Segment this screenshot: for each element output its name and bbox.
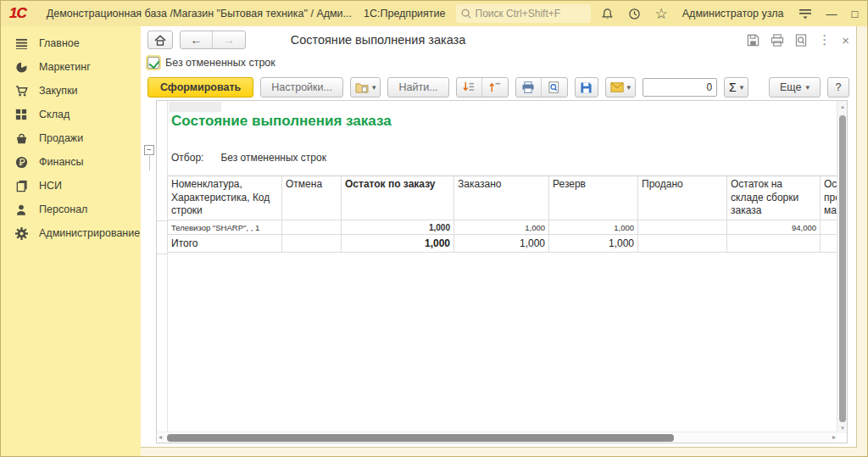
checkbox-label: Без отмененных строк — [165, 57, 275, 69]
gear-icon — [14, 226, 28, 240]
history-icon[interactable] — [628, 8, 641, 20]
home-button[interactable] — [147, 31, 173, 49]
total-cell — [282, 235, 342, 253]
sidebar-item-sales[interactable]: Продажи — [1, 126, 141, 150]
print-preview-icon[interactable] — [795, 34, 807, 47]
ruble-circle-icon — [14, 155, 28, 169]
row-divider — [157, 254, 167, 254]
sidebar-item-personnel[interactable]: Персонал — [1, 198, 141, 221]
dropdown-arrow-icon: ▾ — [805, 83, 810, 92]
scroll-right-icon[interactable]: ▸ — [832, 433, 836, 441]
sidebar-item-marketing[interactable]: Маркетинг — [1, 55, 141, 79]
grouping-buttons — [456, 77, 509, 98]
service-menu-icon[interactable] — [798, 8, 812, 20]
send-email-button[interactable]: ▾ — [605, 77, 637, 98]
total-cell — [638, 235, 727, 253]
report-variants-button[interactable]: ▾ — [350, 77, 381, 98]
generate-button[interactable]: Сформировать — [147, 77, 253, 98]
dropdown-arrow-icon: ▾ — [627, 83, 632, 92]
table-cell — [282, 220, 342, 235]
sidebar-item-purchases[interactable]: Закупки — [1, 79, 141, 103]
top-bar: 1С Демонстрационная база /Магазин "Бытов… — [1, 1, 867, 26]
horizontal-scroll-thumb[interactable] — [167, 434, 674, 442]
print-button[interactable] — [516, 78, 542, 97]
col-header: Номенклатура, Характеристика, Код строки — [167, 176, 282, 220]
basket-icon — [14, 131, 28, 145]
filter-row: Без отмененных строк — [141, 53, 856, 72]
save-result-button[interactable] — [575, 77, 598, 98]
back-button[interactable]: ← — [181, 31, 213, 48]
settings-button[interactable]: Настройки... — [260, 77, 343, 98]
report-spreadsheet: − Состояние выполнения заказа Отбор: Без… — [156, 100, 848, 443]
app-window: 1С Демонстрационная база /Магазин "Бытов… — [0, 0, 868, 457]
close-form-icon[interactable]: × — [842, 33, 849, 47]
section-panel: Главное Маркетинг Закупки Склад Продажи … — [1, 26, 141, 457]
scroll-up-icon[interactable]: ▴ — [839, 103, 846, 110]
sidebar-item-warehouse[interactable]: Склад — [1, 103, 141, 126]
folder-report-icon — [355, 81, 369, 93]
database-title: Демонстрационная база /Магазин "Бытовая … — [47, 8, 352, 20]
total-cell — [727, 235, 821, 253]
autosum-field[interactable] — [643, 78, 717, 97]
notifications-bell-icon[interactable] — [601, 8, 614, 20]
envelope-icon — [610, 82, 624, 92]
grouping-gutter — [157, 101, 168, 443]
sum-button[interactable]: Σ ▾ — [724, 77, 748, 98]
group-bracket-line — [149, 156, 150, 170]
dropdown-arrow-icon: ▾ — [740, 83, 744, 92]
filter-value: Без отмененных строк — [220, 152, 326, 164]
dropdown-arrow-icon: ▾ — [372, 83, 376, 92]
sidebar-item-administration[interactable]: Администрирование — [1, 221, 141, 245]
preview-icon — [548, 81, 559, 93]
search-input[interactable] — [476, 8, 586, 20]
menu-lines-icon — [14, 36, 28, 50]
pie-chart-icon — [14, 60, 28, 74]
pages-icon — [14, 179, 28, 192]
collapse-groups-icon — [489, 81, 501, 93]
form-header: ← → Состояние выполнения заказа ⋮ × — [141, 26, 856, 53]
favorites-star-icon[interactable]: ☆ — [655, 7, 668, 21]
table-cell: 1,000 — [454, 220, 549, 235]
1c-logo: 1С — [9, 5, 26, 22]
report-toolbar: Сформировать Настройки... ▾ Найти... — [141, 74, 856, 101]
preview-button[interactable] — [542, 78, 567, 97]
find-button[interactable]: Найти... — [387, 77, 448, 98]
cart-icon — [14, 84, 28, 98]
current-user[interactable]: Администратор узла — [682, 8, 784, 20]
sidebar-item-nsi[interactable]: НСИ — [1, 174, 141, 198]
forward-button[interactable]: → — [213, 31, 245, 48]
sidebar-item-main[interactable]: Главное — [1, 31, 141, 55]
save-icon[interactable] — [747, 34, 760, 47]
print-icon[interactable] — [771, 34, 784, 47]
col-header: Отмена — [282, 176, 342, 220]
floppy-icon — [580, 81, 593, 94]
collapse-groups-button[interactable] — [482, 78, 508, 97]
vertical-scrollbar[interactable]: ▴ ▾ — [837, 101, 847, 433]
no-cancelled-rows-checkbox[interactable] — [147, 57, 159, 69]
table-cell: 1,000 — [549, 220, 638, 235]
more-button[interactable]: Еще ▾ — [769, 77, 821, 98]
vertical-scroll-thumb[interactable] — [839, 115, 846, 422]
global-search[interactable] — [456, 4, 591, 23]
report-title: Состояние выполнения заказа — [171, 113, 392, 130]
total-cell: 1,000 — [342, 235, 454, 253]
table-cell: 94,000 — [727, 220, 821, 235]
minimize-button[interactable]: — — [826, 8, 837, 20]
help-button[interactable]: ? — [827, 77, 849, 98]
horizontal-scrollbar[interactable]: ◂ ▸ — [157, 432, 837, 443]
sidebar-item-finance[interactable]: Финансы — [1, 150, 141, 174]
row-divider — [157, 220, 167, 221]
print-buttons — [515, 77, 568, 98]
table-cell — [638, 220, 727, 235]
scroll-left-icon[interactable]: ◂ — [159, 433, 162, 441]
table-cell: 1,000 — [342, 220, 454, 235]
search-icon — [461, 8, 471, 19]
scroll-down-icon[interactable]: ▾ — [839, 425, 846, 432]
back-arrow-icon: ← — [191, 33, 203, 47]
maximize-button[interactable]: □ — [852, 8, 859, 20]
sigma-icon: Σ — [729, 81, 737, 94]
total-cell: Итого — [167, 235, 282, 253]
more-menu-icon[interactable]: ⋮ — [818, 32, 831, 47]
expand-groups-button[interactable] — [457, 78, 482, 97]
collapse-group-button[interactable]: − — [144, 145, 154, 155]
